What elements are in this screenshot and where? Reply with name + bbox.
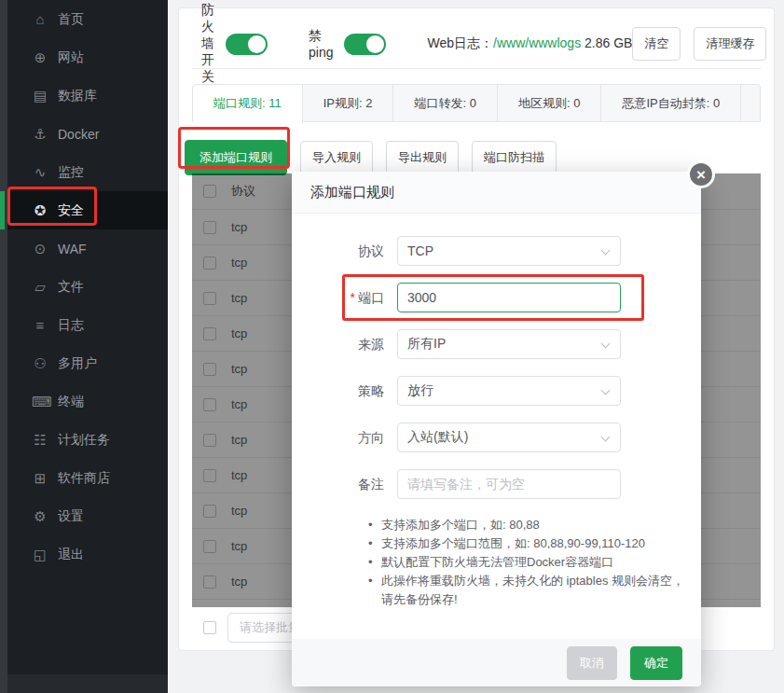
source-select[interactable]: 所有IP [397, 329, 621, 359]
sidebar-item-logs[interactable]: ≡日志 [7, 306, 168, 344]
sidebar-item-security[interactable]: ✪安全 [7, 191, 168, 229]
shield-check-icon: ✪ [32, 202, 48, 219]
sidebar-item-label: 日志 [58, 317, 84, 334]
sidebar-item-terminal[interactable]: ⌨终端 [7, 382, 168, 421]
divider [192, 68, 761, 69]
note-item: 此操作将重载防火墙，未持久化的 iptables 规则会清空，请先备份保存! [368, 572, 685, 609]
shield-icon: ⊙ [32, 241, 48, 257]
sidebar-item-label: 退出 [58, 547, 84, 563]
confirm-button[interactable]: 确定 [630, 646, 682, 680]
app-store-icon: ⊞ [32, 470, 48, 487]
direction-value: 入站(默认) [407, 429, 468, 446]
sidebar-item-home[interactable]: ⌂首页 [7, 0, 168, 38]
weblog-size: 2.86 GB [585, 35, 632, 50]
protocol-label: 协议 [299, 236, 397, 266]
sidebar-bottom-strip [7, 674, 168, 693]
sidebar-item-label: 首页 [58, 11, 84, 28]
sidebar-item-label: 监控 [58, 164, 84, 181]
add-port-rule-modal: × 添加端口规则 协议 TCP *端口 来源 所有IP 策略 放行 方向 [292, 172, 701, 686]
cancel-button[interactable]: 取消 [567, 646, 617, 680]
modal-header: 添加端口规则 [292, 172, 701, 214]
port-input[interactable] [397, 283, 621, 312]
chevron-down-icon [601, 340, 611, 349]
policy-value: 放行 [407, 382, 433, 399]
logout-icon: ◱ [32, 547, 48, 563]
sidebar: ⌂首页 ⊕网站 ▤数据库 ⚓Docker ∿监控 ✪安全 ⊙WAF ▱文件 ≡日… [0, 0, 168, 693]
note-item: 支持添加多个端口，如: 80,88 [368, 516, 685, 534]
firewall-switch-label: 防火墙开关 [201, 2, 214, 86]
weblog-info: Web日志：/www/wwwlogs 2.86 GB [427, 35, 632, 52]
users-icon: ⚇ [32, 355, 48, 372]
note-item: 默认配置下防火墙无法管理Docker容器端口 [368, 553, 685, 572]
sidebar-item-label: WAF [58, 242, 87, 256]
modal-footer: 取消 确定 [292, 639, 701, 686]
sidebar-item-docker[interactable]: ⚓Docker [7, 115, 168, 153]
remark-input[interactable] [397, 469, 621, 499]
sidebar-item-multiuser[interactable]: ⚇多用户 [7, 344, 168, 382]
sidebar-item-logout[interactable]: ◱退出 [7, 535, 168, 574]
sidebar-item-monitor[interactable]: ∿监控 [7, 153, 168, 191]
sidebar-gutter [0, 0, 7, 693]
port-label: *端口 [299, 283, 397, 312]
direction-label: 方向 [299, 423, 397, 452]
sidebar-menu: ⌂首页 ⊕网站 ▤数据库 ⚓Docker ∿监控 ✪安全 ⊙WAF ▱文件 ≡日… [7, 0, 168, 574]
tab-malicious-ip-ban[interactable]: 恶意IP自动封禁: 0 [601, 85, 741, 121]
source-value: 所有IP [407, 336, 446, 353]
table-action-bar: 添加端口规则 导入规则 导出规则 端口防扫描 [185, 140, 557, 175]
sidebar-item-database[interactable]: ▤数据库 [7, 76, 168, 115]
clear-weblog-button[interactable]: 清空 [632, 27, 681, 61]
sidebar-item-label: 安全 [58, 202, 84, 219]
remark-row: 备注 [292, 469, 701, 499]
clear-cache-button[interactable]: 清理缓存 [694, 27, 766, 61]
firewall-toolbar: 防火墙开关 禁ping Web日志：/www/wwwlogs 2.86 GB 清… [179, 23, 774, 64]
export-rules-button[interactable]: 导出规则 [386, 141, 459, 174]
port-antiscan-button[interactable]: 端口防扫描 [472, 141, 557, 174]
direction-select[interactable]: 入站(默认) [397, 423, 621, 452]
docker-icon: ⚓ [32, 126, 48, 143]
sidebar-item-appstore[interactable]: ⊞软件商店 [7, 459, 168, 497]
log-icon: ≡ [32, 317, 48, 333]
protocol-select[interactable]: TCP [397, 236, 621, 266]
tab-ip-rules[interactable]: IP规则: 2 [303, 85, 394, 121]
policy-select[interactable]: 放行 [397, 376, 621, 406]
note-item: 支持添加多个端口范围，如: 80,88,90-99,110-120 [368, 534, 685, 553]
schedule-icon: ☷ [32, 432, 48, 449]
app-root: ⌂首页 ⊕网站 ▤数据库 ⚓Docker ∿监控 ✪安全 ⊙WAF ▱文件 ≡日… [0, 0, 784, 693]
add-port-rule-button[interactable]: 添加端口规则 [185, 140, 287, 175]
toggle-knob [248, 35, 266, 53]
sidebar-item-waf[interactable]: ⊙WAF [7, 229, 168, 268]
firewall-toggle[interactable] [226, 34, 268, 55]
database-icon: ▤ [32, 88, 48, 104]
chevron-down-icon [601, 433, 611, 442]
sidebar-item-label: 计划任务 [58, 432, 110, 449]
sidebar-item-label: 软件商店 [58, 470, 110, 487]
direction-row: 方向 入站(默认) [292, 423, 701, 452]
source-row: 来源 所有IP [292, 329, 701, 359]
sidebar-item-label: Docker [58, 127, 99, 142]
port-row: *端口 [292, 283, 701, 312]
port-rule-form: 协议 TCP *端口 来源 所有IP 策略 放行 方向 入站(默认) 备注 [292, 214, 701, 499]
sidebar-item-settings[interactable]: ⚙设置 [7, 497, 168, 535]
sidebar-item-websites[interactable]: ⊕网站 [7, 38, 168, 76]
folder-icon: ▱ [32, 279, 48, 296]
tab-port-forward[interactable]: 端口转发: 0 [393, 85, 497, 121]
policy-label: 策略 [299, 376, 397, 406]
sidebar-item-label: 数据库 [58, 88, 97, 104]
import-rules-button[interactable]: 导入规则 [300, 141, 373, 174]
ping-toggle[interactable] [344, 34, 386, 55]
sidebar-item-label: 设置 [58, 508, 84, 525]
tab-port-rules[interactable]: 端口规则: 11 [193, 85, 303, 123]
active-indicator-bar [0, 191, 5, 229]
required-mark: * [351, 290, 355, 305]
batch-select-all-checkbox[interactable] [203, 621, 216, 634]
protocol-value: TCP [407, 243, 433, 258]
weblog-path: /www/wwwlogs [493, 35, 581, 50]
globe-icon: ⊕ [32, 49, 48, 66]
tab-region-rules[interactable]: 地区规则: 0 [498, 85, 601, 121]
sidebar-item-cron[interactable]: ☷计划任务 [7, 421, 168, 459]
port-rule-notes: 支持添加多个端口，如: 80,88 支持添加多个端口范围，如: 80,88,90… [368, 516, 685, 609]
toggle-knob [366, 35, 384, 53]
sidebar-item-files[interactable]: ▱文件 [7, 268, 168, 306]
sidebar-item-label: 文件 [58, 279, 84, 296]
close-icon[interactable]: × [687, 160, 715, 188]
